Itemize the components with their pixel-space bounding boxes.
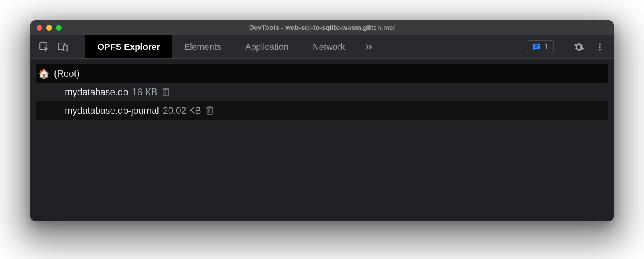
devices-icon [58,42,68,52]
inspect-element-button[interactable] [36,39,53,56]
maximize-window-button[interactable] [56,25,62,31]
toolbar-right-group: 1 [527,35,614,58]
inspect-icon [39,42,50,52]
issues-button[interactable]: 1 [527,40,554,53]
kebab-icon [595,43,604,51]
tab-label: Network [313,42,345,52]
minimize-window-button[interactable] [46,25,52,31]
trash-icon [205,106,214,115]
devtools-window: DevTools - web-sql-to-sqlite-wasm.glitch… [30,20,614,221]
tab-label: OPFS Explorer [97,42,160,52]
delete-file-button[interactable] [161,87,170,97]
tab-elements[interactable]: Elements [172,35,233,58]
settings-button[interactable] [570,39,587,56]
device-toolbar-button[interactable] [54,39,71,56]
tree-file-row[interactable]: mydatabase.db 16 KB [36,83,608,101]
tab-application[interactable]: Application [233,35,301,58]
file-size: 20.02 KB [163,105,201,116]
svg-rect-19 [208,106,211,107]
close-window-button[interactable] [37,25,42,31]
home-icon: 🏠 [38,68,50,79]
devtools-tabs: OPFS Explorer Elements Application Netwo… [85,35,380,58]
toolbar-divider [77,41,77,53]
more-tabs-button[interactable] [357,35,380,58]
issues-count: 1 [544,42,549,51]
root-label: (Root) [54,68,80,79]
svg-rect-18 [206,107,213,108]
toolbar-left-group [30,35,85,58]
opfs-explorer-panel: 🏠 (Root) mydatabase.db 16 KB [30,59,614,221]
devtools-toolbar: OPFS Explorer Elements Application Netwo… [30,35,614,59]
tree-root-row[interactable]: 🏠 (Root) [36,64,608,83]
trash-icon [161,87,170,97]
window-title: DevTools - web-sql-to-sqlite-wasm.glitch… [30,24,614,32]
tab-network[interactable]: Network [301,35,357,58]
chat-icon [532,43,541,51]
window-controls [37,25,62,31]
tab-label: Elements [184,42,221,52]
gear-icon [574,42,584,52]
chevron-double-right-icon [364,43,373,51]
tab-label: Application [245,42,289,52]
svg-rect-2 [63,45,67,51]
delete-file-button[interactable] [205,106,214,115]
svg-rect-13 [165,88,167,88]
titlebar: DevTools - web-sql-to-sqlite-wasm.glitch… [30,20,614,35]
more-options-button[interactable] [591,39,608,56]
file-name: mydatabase.db-journal [65,105,159,116]
file-size: 16 KB [132,87,157,98]
file-tree: 🏠 (Root) mydatabase.db 16 KB [36,64,608,120]
svg-point-6 [599,46,601,47]
svg-point-5 [599,43,601,45]
tab-opfs-explorer[interactable]: OPFS Explorer [85,35,172,58]
file-name: mydatabase.db [65,87,128,98]
toolbar-divider [562,41,562,53]
tree-file-row[interactable]: mydatabase.db-journal 20.02 KB [36,101,608,120]
svg-point-7 [599,49,601,50]
svg-rect-12 [163,88,169,90]
